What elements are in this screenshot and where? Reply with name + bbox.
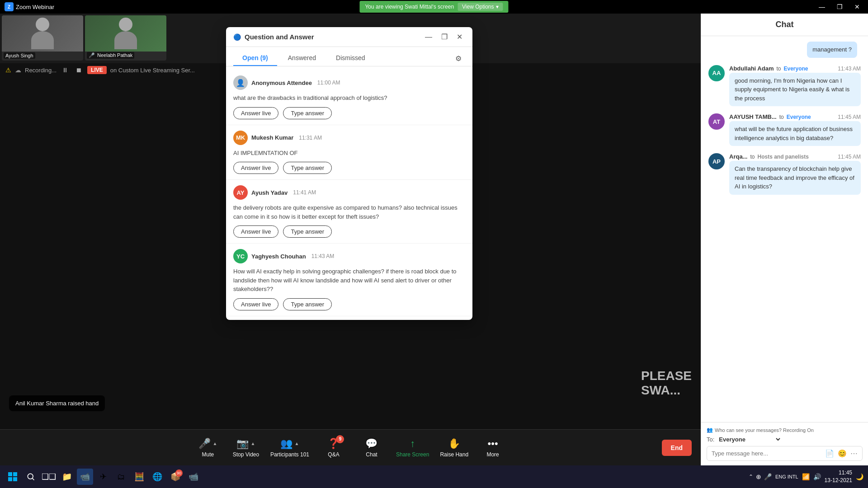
stop-video-label: Stop Video [233, 451, 259, 458]
chat-sender-2: AAYUSH TAMB... [729, 113, 777, 120]
qa-answer-live-1[interactable]: Answer live [233, 107, 278, 119]
chat-to-2: to [779, 114, 784, 120]
qa-modal-header: 🔵 Question and Answer — ❐ ✕ [226, 27, 472, 47]
start-button[interactable] [5, 469, 21, 485]
qa-answer-live-2[interactable]: Answer live [233, 162, 278, 174]
qa-item-1: 👤 Anonymous Attendee 11:00 AM what are t… [226, 70, 472, 125]
taskbar-task-view[interactable]: ❑❑ [41, 469, 57, 485]
taskbar-zoom[interactable]: 📹 [77, 469, 93, 485]
chat-privacy-notice: 👥 Who can see your messages? Recording O… [707, 427, 863, 433]
qa-type-answer-4[interactable]: Type answer [283, 298, 332, 310]
raise-hand-icon: ✋ [448, 438, 460, 450]
please-overlay: PLEASESWA... [641, 369, 692, 398]
zoom-icon: Z [5, 2, 14, 11]
qa-expand-button[interactable]: ❐ [439, 32, 450, 42]
taskbar-whatsapp[interactable]: 📦 90 [167, 469, 184, 485]
qa-answer-live-3[interactable]: Answer live [233, 225, 278, 238]
toolbar-raise-hand[interactable]: ✋ Raise Hand [440, 438, 468, 458]
stop-button[interactable]: ⏹ [74, 65, 84, 75]
share-screen-icon-wrap: ↑ [410, 438, 415, 450]
screen-banner: You are viewing Swati Mittal's screen Vi… [359, 1, 508, 13]
pause-button[interactable]: ⏸ [60, 65, 70, 75]
qa-minimize-button[interactable]: — [422, 32, 435, 42]
chat-icon-wrap: 💬 [365, 438, 377, 450]
qa-time-1: 11:00 AM [317, 80, 340, 86]
svg-rect-0 [8, 472, 12, 476]
bluetooth-icon[interactable]: ⊕ [756, 473, 761, 480]
chat-to-1: to [776, 66, 781, 72]
file-icon[interactable]: 📄 [825, 449, 834, 458]
qa-icon-wrap: ❓ 9 [327, 438, 340, 450]
window-controls: — ❐ ✕ [815, 2, 863, 11]
chat-message-input[interactable] [712, 450, 825, 457]
maximize-button[interactable]: ❐ [833, 2, 846, 11]
raise-hand-icon-wrap: ✋ [448, 438, 460, 450]
chat-to-whom-1: Everyone [783, 66, 808, 72]
taskbar-telegram[interactable]: ✈ [95, 469, 111, 485]
toolbar: 🎤 ▲ Mute 📷 ▲ Stop Video 👥 ▲ Participants… [0, 429, 701, 465]
chat-avatar-1: AA [708, 65, 725, 81]
qa-tab-dismissed[interactable]: Dismissed [327, 51, 374, 66]
stop-video-icon-wrap: 📷 ▲ [236, 438, 255, 450]
tray-arrow[interactable]: ⌃ [749, 474, 753, 480]
view-options-button[interactable]: View Options ▾ [458, 3, 503, 11]
chat-avatar-3: AP [708, 153, 725, 169]
taskbar-calculator[interactable]: 🧮 [131, 469, 147, 485]
qa-sender-3: Ayush Yadav [251, 189, 288, 196]
chat-msg-content-1: Abdullahi Adam to Everyone 11:43 AM good… [729, 65, 861, 107]
toolbar-mute[interactable]: 🎤 ▲ Mute [194, 438, 222, 458]
qa-item-2: MK Mukesh Kumar 11:31 AM AI IMPLEMNTATIO… [226, 125, 472, 180]
qa-answer-live-4[interactable]: Answer live [233, 298, 278, 310]
qa-type-answer-1[interactable]: Type answer [283, 107, 332, 119]
toolbar-share-screen[interactable]: ↑ Share Screen [396, 438, 429, 458]
qa-settings-button[interactable]: ⚙ [452, 51, 465, 66]
taskbar-zoom-app[interactable]: 📹 [185, 469, 202, 485]
end-button[interactable]: End [662, 440, 692, 456]
qa-label: Q&A [328, 451, 339, 458]
qa-sender-2: Mukesh Kumar [251, 134, 293, 141]
video-thumb-1: Ayush Singh [2, 15, 83, 61]
close-button[interactable]: ✕ [851, 2, 863, 11]
minimize-button[interactable]: — [815, 2, 829, 11]
taskbar-search[interactable] [23, 469, 39, 485]
chat-header: Chat [701, 14, 868, 36]
chat-bubble-2: what will be the future application of b… [729, 121, 861, 146]
volume-icon[interactable]: 🔊 [813, 473, 821, 480]
participants-label: Participants 101 [270, 451, 309, 458]
taskbar-files[interactable]: 🗂 [113, 469, 129, 485]
mute-icon-wrap: 🎤 ▲ [198, 438, 217, 450]
more-options-icon[interactable]: ⋯ [850, 449, 858, 458]
emoji-icon[interactable]: 😊 [838, 449, 847, 458]
main-content: Ayush Singh 🎤 Neelabh Pathak ⚠ ☁ Recordi [0, 14, 868, 465]
toolbar-more[interactable]: ••• More [479, 438, 506, 458]
taskbar-explorer[interactable]: 📁 [59, 469, 75, 485]
qa-type-answer-2[interactable]: Type answer [283, 162, 332, 174]
toolbar-chat[interactable]: 💬 Chat [358, 438, 385, 458]
qa-time-4: 11:43 AM [311, 253, 335, 259]
recording-text: Recording... [25, 67, 57, 74]
mute-label: Mute [202, 451, 214, 458]
toolbar-qa[interactable]: ❓ 9 Q&A [320, 438, 347, 458]
language-indicator[interactable]: ENG INTL [775, 474, 798, 480]
chat-msg-header-1: Abdullahi Adam to Everyone 11:43 AM [729, 65, 861, 72]
qa-close-button[interactable]: ✕ [454, 32, 465, 42]
notification-icon[interactable]: 🌙 [856, 473, 863, 480]
qa-tab-open[interactable]: Open (9) [233, 51, 277, 66]
toolbar-participants[interactable]: 👥 ▲ Participants 101 [270, 438, 309, 458]
taskbar-chrome[interactable]: 🌐 [149, 469, 165, 485]
toolbar-stop-video[interactable]: 📷 ▲ Stop Video [232, 438, 259, 458]
svg-point-4 [28, 474, 33, 479]
participants-icon: 👥 [280, 438, 292, 450]
privacy-icon: 👥 [707, 427, 713, 433]
qa-avatar-3: AY [233, 185, 248, 200]
taskbar: ❑❑ 📁 📹 ✈ 🗂 🧮 🌐 📦 90 📹 ⌃ ⊕ 🎤 ENG INTL 📶 🔊… [0, 465, 868, 488]
chat-recipient-select[interactable]: Everyone Hosts and panelists [717, 436, 782, 443]
chat-bubble-3: Can the transparency of blockchain help … [729, 161, 861, 195]
clock[interactable]: 11:45 13-12-2021 [825, 469, 852, 484]
qa-type-answer-3[interactable]: Type answer [283, 225, 332, 238]
more-icon-wrap: ••• [488, 438, 498, 450]
chat-bubble-only: management ? [708, 42, 861, 58]
qa-item-header-2: MK Mukesh Kumar 11:31 AM [233, 131, 465, 145]
qa-tab-answered[interactable]: Answered [279, 51, 325, 66]
microphone-sys-icon[interactable]: 🎤 [764, 473, 772, 480]
